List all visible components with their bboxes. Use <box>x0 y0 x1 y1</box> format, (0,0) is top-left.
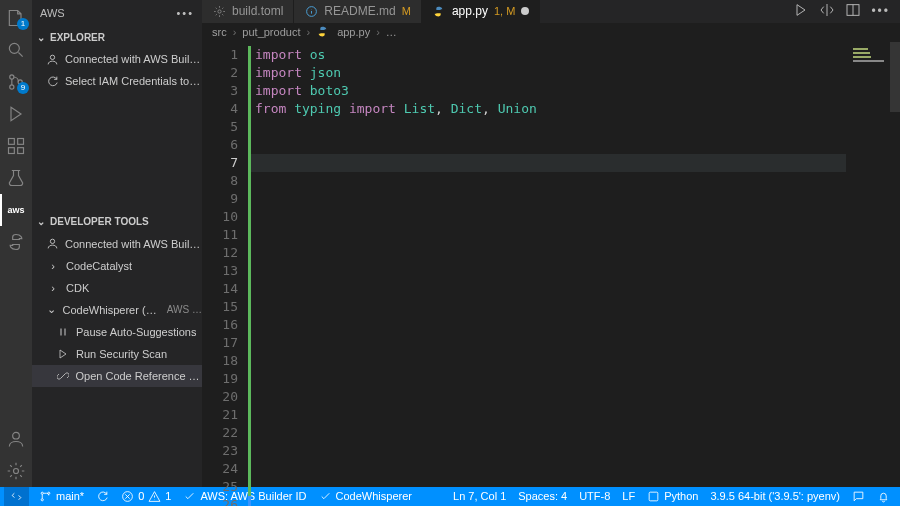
search-icon[interactable] <box>0 34 32 66</box>
code-line <box>251 388 846 406</box>
extensions-icon[interactable] <box>0 130 32 162</box>
accounts-icon[interactable] <box>0 423 32 455</box>
line-number: 8 <box>202 172 238 190</box>
line-number: 13 <box>202 262 238 280</box>
aws-icon[interactable]: aws <box>0 194 32 226</box>
scm-badge: 9 <box>17 82 29 94</box>
chevd-icon: ⌄ <box>46 303 56 317</box>
tab-label: app.py <box>452 4 488 18</box>
line-number: 22 <box>202 424 238 442</box>
explorer-item[interactable]: Select IAM Credentials to View … <box>32 70 202 92</box>
svg-point-12 <box>217 10 220 13</box>
run-debug-icon[interactable] <box>0 98 32 130</box>
problems-indicator[interactable]: 0 1 <box>115 487 177 506</box>
line-number: 10 <box>202 208 238 226</box>
svg-point-15 <box>41 492 43 494</box>
chev-icon: › <box>46 259 60 273</box>
pause-icon <box>56 325 70 339</box>
code-line <box>251 460 846 478</box>
line-number: 19 <box>202 370 238 388</box>
notifications-icon[interactable] <box>871 487 896 506</box>
code-line <box>251 226 846 244</box>
editor-tab[interactable]: README.mdM <box>294 0 422 23</box>
tree-item-label: Pause Auto-Suggestions <box>76 326 196 338</box>
tree-item-label: CodeCatalyst <box>66 260 132 272</box>
devtools-item[interactable]: ›CDK <box>32 277 202 299</box>
line-number: 15 <box>202 298 238 316</box>
error-count: 0 <box>138 490 144 502</box>
svg-rect-7 <box>18 148 24 154</box>
run-icon[interactable] <box>793 2 809 21</box>
tree-item-label: Connected with AWS Builder ID <box>65 238 202 250</box>
chev-icon: › <box>46 281 60 295</box>
source-control-icon[interactable]: 9 <box>0 66 32 98</box>
settings-icon[interactable] <box>0 455 32 487</box>
explorer-badge: 1 <box>17 18 29 30</box>
code-line <box>251 262 846 280</box>
chevron-down-icon: ⌄ <box>36 32 46 43</box>
split-compare-icon[interactable] <box>819 2 835 21</box>
user-icon <box>46 237 59 251</box>
tree-item-label: CDK <box>66 282 89 294</box>
branch-name: main* <box>56 490 84 502</box>
svg-point-8 <box>13 432 20 439</box>
breadcrumb-segment[interactable]: … <box>386 26 397 38</box>
devtools-section-header[interactable]: ⌄ DEVELOPER TOOLS <box>32 211 202 233</box>
editor-tab[interactable]: app.py1, M <box>422 0 540 23</box>
branch-indicator[interactable]: main* <box>33 487 90 506</box>
testing-icon[interactable] <box>0 162 32 194</box>
minimap-scroll-indicator[interactable] <box>890 42 900 112</box>
refresh-icon <box>46 74 59 88</box>
code-line <box>251 406 846 424</box>
explorer-section-header[interactable]: ⌄ EXPLORER <box>32 26 202 48</box>
line-number: 3 <box>202 82 238 100</box>
editor-more-icon[interactable]: ••• <box>871 4 890 18</box>
explorer-item[interactable]: Connected with AWS Builder ID <box>32 48 202 70</box>
aws-side-panel: AWS ••• ⌄ EXPLORER Connected with AWS Bu… <box>32 0 202 487</box>
line-number: 1 <box>202 46 238 64</box>
breadcrumb-segment[interactable]: src <box>212 26 227 38</box>
svg-rect-5 <box>18 139 24 145</box>
svg-point-10 <box>50 55 54 59</box>
code-line <box>251 334 846 352</box>
split-editor-icon[interactable] <box>845 2 861 21</box>
chevron-down-icon: ⌄ <box>36 216 46 227</box>
breadcrumb-separator: › <box>306 26 310 38</box>
svg-point-9 <box>14 468 19 473</box>
breadcrumb-segment[interactable]: put_product <box>242 26 300 38</box>
devtools-item[interactable]: ›CodeCatalyst <box>32 255 202 277</box>
sidepanel-title-row: AWS ••• <box>32 0 202 26</box>
editor-tab[interactable]: build.toml <box>202 0 294 23</box>
line-number: 18 <box>202 352 238 370</box>
tab-label: build.toml <box>232 4 283 18</box>
code-line <box>251 136 846 154</box>
sidepanel-more-icon[interactable]: ••• <box>176 7 194 19</box>
devtools-item[interactable]: Connected with AWS Builder ID <box>32 233 202 255</box>
remote-indicator[interactable] <box>4 487 29 506</box>
line-number: 7 <box>202 154 238 172</box>
breadcrumb-separator: › <box>376 26 380 38</box>
devtools-item[interactable]: Pause Auto-Suggestions <box>32 321 202 343</box>
line-number: 9 <box>202 190 238 208</box>
code-area[interactable]: import osimport jsonimport boto3from typ… <box>251 42 846 487</box>
line-number: 17 <box>202 334 238 352</box>
vcs-status: M <box>402 5 411 17</box>
minimap[interactable] <box>846 42 900 487</box>
tree-item-label: CodeWhisperer (Preview) <box>62 304 156 316</box>
devtools-item[interactable]: ⌄CodeWhisperer (Preview)AWS … <box>32 299 202 321</box>
python-env-icon[interactable] <box>0 226 32 258</box>
svg-point-0 <box>9 43 19 53</box>
code-line <box>251 154 846 172</box>
breadcrumb-segment[interactable]: app.py <box>337 26 370 38</box>
line-number: 20 <box>202 388 238 406</box>
tab-bar: build.tomlREADME.mdMapp.py1, M ••• <box>202 0 900 23</box>
editor-column: build.tomlREADME.mdMapp.py1, M ••• src›p… <box>202 0 900 487</box>
breadcrumb[interactable]: src›put_product›app.py›… <box>202 23 900 42</box>
code-line <box>251 478 846 496</box>
devtools-item[interactable]: Run Security Scan <box>32 343 202 365</box>
feedback-icon[interactable] <box>846 487 871 506</box>
explorer-icon[interactable]: 1 <box>0 2 32 34</box>
devtools-item[interactable]: Open Code Reference Log <box>32 365 202 387</box>
link-icon <box>56 369 69 383</box>
sync-indicator[interactable] <box>90 487 115 506</box>
